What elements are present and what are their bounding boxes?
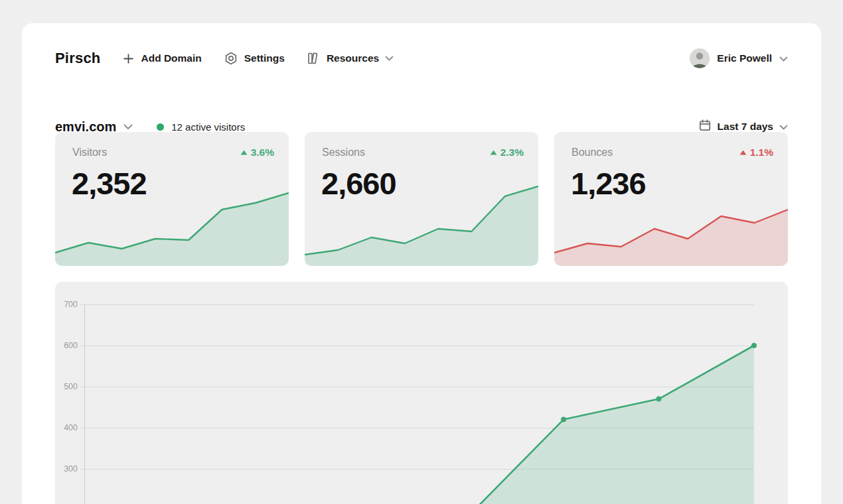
chevron-down-icon [385,56,394,61]
chevron-down-icon [779,121,788,133]
stat-cards: Visitors 3.6% 2,352 Sessions 2.3% 2,660 [55,132,788,266]
active-visitors-label: 12 active visitors [171,121,245,133]
visitors-sparkline-chart [55,180,289,266]
stat-change-badge: 2.3% [490,147,524,158]
stat-change-badge: 1.1% [739,147,773,158]
resources-icon [307,51,321,66]
settings-label: Settings [244,52,285,64]
stat-change-badge: 3.6% [240,147,274,158]
settings-button[interactable]: Settings [224,51,285,66]
add-domain-label: Add Domain [141,52,201,64]
add-domain-button[interactable]: Add Domain [122,52,201,65]
date-range-label: Last 7 days [718,121,773,133]
stat-title: Bounces [572,147,613,158]
active-dot-icon [157,123,164,131]
arrow-up-icon [490,150,497,155]
sessions-sparkline-chart [305,180,538,266]
app-logo[interactable]: Pirsch [55,50,100,67]
avatar [690,48,710,68]
resources-menu[interactable]: Resources [307,51,394,66]
chevron-down-icon [123,121,133,133]
bounces-sparkline-chart [554,180,788,266]
resources-label: Resources [327,52,379,64]
plus-icon [122,52,135,65]
arrow-up-icon [240,150,248,155]
stat-card-sessions[interactable]: Sessions 2.3% 2,660 [305,132,538,266]
app-surface: Pirsch Add Domain Settings Resources Eri… [22,23,821,504]
user-menu[interactable]: Eric Powell [690,48,788,68]
visitors-line-chart [55,282,788,504]
active-visitors: 12 active visitors [157,121,245,133]
stat-title: Visitors [72,147,107,158]
stat-card-visitors[interactable]: Visitors 3.6% 2,352 [55,132,289,266]
main-chart-panel[interactable]: 700 600 500 400 300 [55,282,788,504]
stat-card-bounces[interactable]: Bounces 1.1% 1,236 [554,132,788,266]
arrow-up-icon [739,150,747,155]
chevron-down-icon [779,52,788,64]
stat-title: Sessions [322,147,365,158]
settings-icon [224,51,238,66]
header: Pirsch Add Domain Settings Resources Eri… [55,48,788,68]
user-name: Eric Powell [717,52,772,64]
